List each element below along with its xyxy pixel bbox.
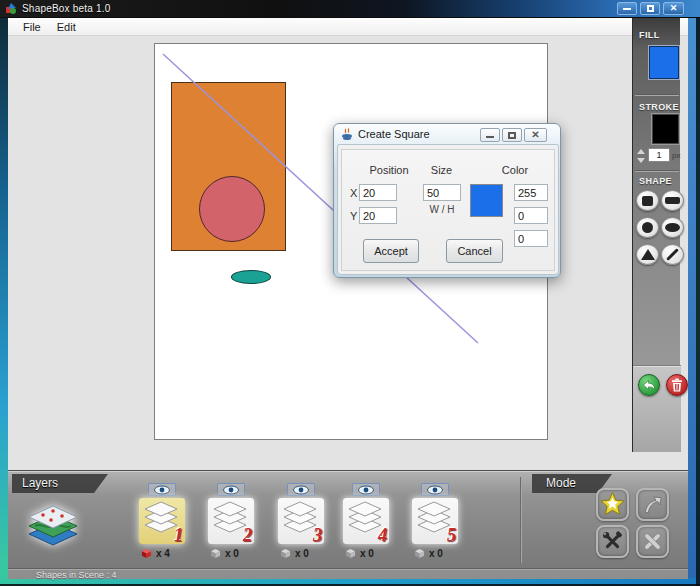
rectangle-icon (665, 197, 680, 204)
layer-4-visibility-button[interactable] (352, 483, 380, 496)
layer-number: 3 (313, 525, 322, 546)
layer-slot-3: 3 x 0 (278, 471, 324, 569)
layer-number: 5 (447, 525, 456, 546)
layer-2-thumbnail[interactable]: 2 (208, 498, 254, 544)
stroke-section-label: STROKE (639, 102, 679, 112)
layer-2-visibility-button[interactable] (217, 483, 245, 496)
dialog-minimize-button[interactable] (480, 128, 500, 142)
layer-3-visibility-button[interactable] (287, 483, 315, 496)
layer-slot-1: 1 x 4 (139, 471, 185, 569)
layer-1-thumbnail[interactable]: 1 (139, 498, 185, 544)
circle-tool-button[interactable] (636, 217, 659, 238)
tool-sidebar: FILL STROKE px SHAPE (632, 18, 680, 452)
mode-close-button[interactable] (636, 525, 669, 558)
maximize-button[interactable] (640, 2, 660, 15)
cube-icon (141, 548, 152, 559)
title-bar: ShapeBox beta 1.0 ✕ (0, 0, 700, 18)
eye-icon (426, 485, 444, 495)
line-icon (666, 248, 679, 261)
dialog-maximize-button[interactable] (502, 128, 522, 142)
layer-count-text: x 0 (225, 548, 239, 559)
y-label: Y (350, 210, 357, 222)
rectangle-tool-button[interactable] (661, 190, 684, 211)
layer-1-visibility-button[interactable] (148, 483, 176, 496)
spinner-down-icon[interactable] (637, 158, 645, 163)
layer-slot-2: 2 x 0 (208, 471, 254, 569)
layer-slot-4: 4 x 0 (343, 471, 389, 569)
layers-panel: Layers (8, 470, 688, 568)
mode-tools-button[interactable] (596, 525, 629, 558)
layer-number: 4 (378, 525, 387, 546)
dialog-close-button[interactable]: ✕ (524, 128, 547, 142)
dialog-title-bar[interactable]: Create Square ✕ (334, 124, 560, 144)
mode-favorite-button[interactable] (596, 488, 629, 521)
layer-5-count: x 0 (414, 546, 458, 560)
green-input[interactable] (514, 207, 548, 224)
layer-count-text: x 4 (156, 548, 170, 559)
ellipse-tool-button[interactable] (661, 217, 684, 238)
square-icon (642, 196, 653, 206)
red-input[interactable] (514, 184, 548, 201)
stroke-width-unit-label: px (672, 151, 680, 160)
stroke-color-swatch[interactable] (652, 114, 679, 144)
stroke-width-input[interactable] (648, 148, 670, 162)
app-logo-icon (5, 3, 17, 15)
maximize-icon (508, 132, 516, 139)
width-height-label: W / H (423, 204, 461, 215)
y-input[interactable] (359, 207, 397, 224)
x-input[interactable] (359, 184, 397, 201)
dialog-color-swatch[interactable] (470, 184, 503, 217)
maximize-icon (647, 5, 654, 12)
cube-icon (280, 548, 291, 559)
layer-count-text: x 0 (295, 548, 309, 559)
layer-count-text: x 0 (360, 548, 374, 559)
stroke-width-spinner[interactable] (637, 149, 645, 163)
status-text: Shapes in Scene : 4 (36, 570, 117, 580)
minimize-button[interactable] (617, 2, 637, 15)
layer-1-count: x 4 (141, 546, 185, 560)
color-section-label: Color (491, 164, 539, 176)
sidebar-action-strip (633, 365, 681, 452)
layers-icon (25, 497, 81, 553)
fill-color-swatch[interactable] (649, 46, 679, 79)
undo-arrow-icon (642, 379, 656, 392)
blue-input[interactable] (514, 230, 548, 247)
layer-5-thumbnail[interactable]: 5 (412, 498, 458, 544)
circle-icon (642, 222, 653, 233)
undo-button[interactable] (638, 374, 660, 396)
size-section-label: Size (419, 164, 464, 176)
triangle-tool-button[interactable] (636, 244, 659, 265)
window-title: ShapeBox beta 1.0 (22, 3, 110, 14)
layer-4-thumbnail[interactable]: 4 (343, 498, 389, 544)
close-button[interactable]: ✕ (663, 2, 684, 15)
eye-icon (357, 485, 375, 495)
app-window: ShapeBox beta 1.0 ✕ File Edit FILL STROK… (0, 0, 700, 586)
eye-icon (222, 485, 240, 495)
menu-edit[interactable]: Edit (50, 20, 83, 34)
layers-panel-title: Layers (12, 474, 108, 493)
dialog-title: Create Square (358, 128, 430, 140)
square-tool-button[interactable] (636, 190, 659, 211)
layer-3-thumbnail[interactable]: 3 (278, 498, 324, 544)
size-input[interactable] (423, 184, 461, 201)
layer-5-visibility-button[interactable] (421, 483, 449, 496)
create-square-dialog: Create Square ✕ Position Size Color X Y … (333, 123, 561, 278)
line-tool-button[interactable] (661, 244, 684, 265)
menu-file[interactable]: File (16, 20, 48, 34)
spinner-up-icon[interactable] (637, 149, 645, 154)
close-icon: ✕ (531, 129, 539, 141)
cube-icon (414, 548, 425, 559)
mode-select-button[interactable] (636, 488, 669, 521)
cube-icon (210, 548, 221, 559)
accept-button[interactable]: Accept (363, 239, 419, 263)
delete-button[interactable] (666, 374, 688, 396)
triangle-icon (641, 249, 655, 260)
menu-bar: File Edit (8, 18, 688, 36)
tools-icon (600, 529, 625, 554)
eye-icon (292, 485, 310, 495)
x-icon (640, 529, 665, 554)
layer-number: 1 (174, 525, 183, 546)
x-label: X (350, 187, 357, 199)
cancel-button[interactable]: Cancel (446, 239, 503, 263)
layer-number: 2 (243, 525, 252, 546)
